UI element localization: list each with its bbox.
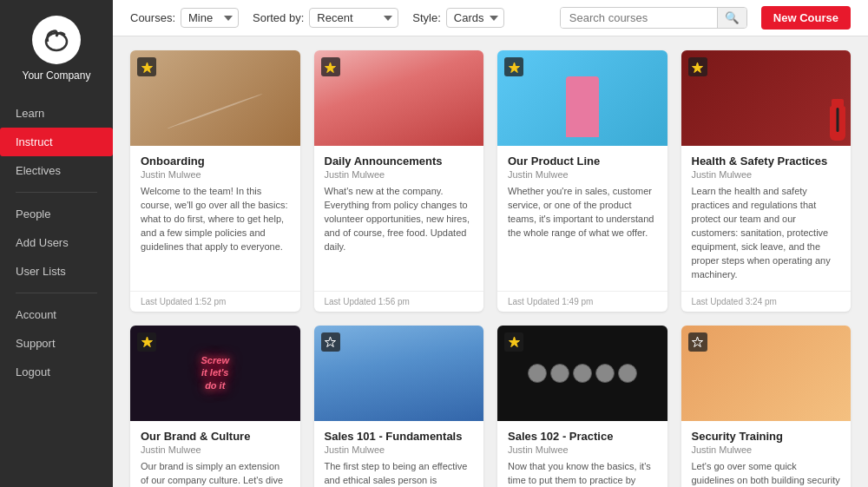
sidebar-item-account[interactable]: Account xyxy=(0,300,113,329)
card-desc-health: Learn the health and safety practices an… xyxy=(692,185,841,282)
card-bookmark-onboarding[interactable] xyxy=(137,57,156,76)
card-bookmark-health[interactable] xyxy=(688,57,707,76)
sidebar-nav-top: Learn Instruct Electives People Add User… xyxy=(0,99,113,386)
courses-filter-label: Courses: xyxy=(130,11,175,24)
course-card-security[interactable]: Security Training Justin Mulwee Let's go… xyxy=(681,326,852,487)
course-grid: Onboarding Justin Mulwee Welcome to the … xyxy=(130,50,851,487)
main-content: Courses: Mine All Drafts Sorted by: Rece… xyxy=(113,0,868,487)
sorted-filter-group: Sorted by: Recent Alphabetical Oldest xyxy=(253,8,398,28)
card-author-announcements: Justin Mulwee xyxy=(325,169,474,180)
sidebar-logo: Your Company xyxy=(0,0,113,90)
search-button[interactable]: 🔍 xyxy=(717,8,746,28)
course-card-announcements[interactable]: Daily Announcements Justin Mulwee What's… xyxy=(314,50,484,312)
card-image-sales102 xyxy=(497,326,667,421)
card-footer-onboarding: Last Updated 1:52 pm xyxy=(130,291,300,312)
card-image-health xyxy=(681,50,852,146)
sidebar-item-logout[interactable]: Logout xyxy=(0,358,113,386)
card-bookmark-product[interactable] xyxy=(504,57,523,76)
card-title-onboarding: Onboarding xyxy=(141,155,290,168)
svg-marker-7 xyxy=(509,337,519,347)
card-desc-brand: Our brand is simply an extension of our … xyxy=(141,460,290,487)
card-desc-onboarding: Welcome to the team! In this course, we'… xyxy=(141,185,290,282)
search-group: 🔍 xyxy=(560,7,747,29)
card-desc-security: Let's go over some quick guidelines on b… xyxy=(692,460,841,487)
sidebar-item-people[interactable]: People xyxy=(0,200,113,228)
new-course-button[interactable]: New Course xyxy=(761,6,851,30)
sidebar-item-user-lists[interactable]: User Lists xyxy=(0,257,113,286)
toolbar: Courses: Mine All Drafts Sorted by: Rece… xyxy=(113,0,868,36)
svg-marker-1 xyxy=(141,63,152,73)
sidebar-item-support[interactable]: Support xyxy=(0,329,113,358)
svg-marker-5 xyxy=(141,337,152,347)
card-author-onboarding: Justin Mulwee xyxy=(141,169,290,180)
card-image-sales101 xyxy=(314,326,484,421)
style-filter-group: Style: Cards List xyxy=(412,8,504,28)
card-image-security xyxy=(681,326,852,421)
card-image-product xyxy=(497,50,667,146)
sorted-filter-select[interactable]: Recent Alphabetical Oldest xyxy=(309,8,398,28)
course-card-brand[interactable]: Screwit let'sdo it Our Brand & Culture J… xyxy=(130,326,300,487)
svg-marker-8 xyxy=(693,337,703,347)
card-body-security: Security Training Justin Mulwee Let's go… xyxy=(681,421,852,487)
card-body-product: Our Product Line Justin Mulwee Whether y… xyxy=(497,146,667,291)
card-author-product: Justin Mulwee xyxy=(508,169,657,180)
card-title-announcements: Daily Announcements xyxy=(325,155,474,168)
course-card-sales102[interactable]: Sales 102 - Practice Justin Mulwee Now t… xyxy=(497,326,667,487)
card-desc-sales101: The first step to being an effective and… xyxy=(325,460,474,487)
card-title-security: Security Training xyxy=(692,430,841,443)
card-footer-product: Last Updated 1:49 pm xyxy=(497,291,667,312)
style-filter-label: Style: xyxy=(412,11,441,24)
card-image-announcements xyxy=(314,50,484,146)
card-body-sales102: Sales 102 - Practice Justin Mulwee Now t… xyxy=(497,421,667,487)
card-author-brand: Justin Mulwee xyxy=(141,444,290,455)
courses-filter-select[interactable]: Mine All Drafts xyxy=(181,8,239,28)
card-image-onboarding xyxy=(130,50,300,146)
style-filter-select[interactable]: Cards List xyxy=(446,8,504,28)
course-card-onboarding[interactable]: Onboarding Justin Mulwee Welcome to the … xyxy=(130,50,300,312)
sorted-filter-label: Sorted by: xyxy=(253,11,304,24)
sidebar: Your Company Learn Instruct Electives Pe… xyxy=(0,0,113,487)
card-bookmark-sales102[interactable] xyxy=(504,332,523,352)
courses-filter-group: Courses: Mine All Drafts xyxy=(130,8,239,28)
card-body-onboarding: Onboarding Justin Mulwee Welcome to the … xyxy=(130,146,300,291)
course-card-sales101[interactable]: Sales 101 - Fundamentals Justin Mulwee T… xyxy=(314,326,484,487)
card-desc-product: Whether you're in sales, customer servic… xyxy=(508,185,657,282)
card-title-sales101: Sales 101 - Fundamentals xyxy=(325,430,474,443)
card-bookmark-security[interactable] xyxy=(688,332,707,352)
card-footer-announcements: Last Updated 1:56 pm xyxy=(314,291,484,312)
card-bookmark-sales101[interactable] xyxy=(321,332,340,352)
card-desc-announcements: What's new at the company. Everything fr… xyxy=(325,185,474,282)
course-grid-wrapper: Onboarding Justin Mulwee Welcome to the … xyxy=(113,36,868,487)
svg-marker-2 xyxy=(326,63,336,73)
svg-marker-3 xyxy=(509,63,519,73)
card-title-health: Health & Safety Practices xyxy=(692,155,841,168)
sidebar-divider-1 xyxy=(16,192,97,193)
card-title-brand: Our Brand & Culture xyxy=(141,430,290,443)
svg-marker-4 xyxy=(693,63,703,73)
card-author-sales101: Justin Mulwee xyxy=(325,444,474,455)
course-card-product[interactable]: Our Product Line Justin Mulwee Whether y… xyxy=(497,50,667,312)
search-input[interactable] xyxy=(561,8,717,28)
card-footer-health: Last Updated 3:24 pm xyxy=(681,291,852,312)
card-title-sales102: Sales 102 - Practice xyxy=(508,430,657,443)
card-author-security: Justin Mulwee xyxy=(692,444,841,455)
card-bookmark-announcements[interactable] xyxy=(321,57,340,76)
card-author-health: Justin Mulwee xyxy=(692,169,841,180)
card-bookmark-brand[interactable] xyxy=(137,332,156,352)
course-card-health[interactable]: Health & Safety Practices Justin Mulwee … xyxy=(681,50,852,312)
sidebar-divider-2 xyxy=(16,293,97,293)
card-desc-sales102: Now that you know the basics, it's time … xyxy=(508,460,657,487)
sidebar-item-add-users[interactable]: Add Users xyxy=(0,228,113,257)
company-logo xyxy=(32,16,81,64)
card-title-product: Our Product Line xyxy=(508,155,657,168)
sidebar-item-instruct[interactable]: Instruct xyxy=(0,128,113,156)
card-body-brand: Our Brand & Culture Justin Mulwee Our br… xyxy=(130,421,300,487)
card-body-sales101: Sales 101 - Fundamentals Justin Mulwee T… xyxy=(314,421,484,487)
svg-marker-6 xyxy=(326,337,336,347)
company-name-label: Your Company xyxy=(23,69,91,82)
card-image-brand: Screwit let'sdo it xyxy=(130,326,300,421)
sidebar-item-electives[interactable]: Electives xyxy=(0,156,113,185)
sidebar-item-learn[interactable]: Learn xyxy=(0,99,113,128)
card-author-sales102: Justin Mulwee xyxy=(508,444,657,455)
card-body-health: Health & Safety Practices Justin Mulwee … xyxy=(681,146,852,291)
